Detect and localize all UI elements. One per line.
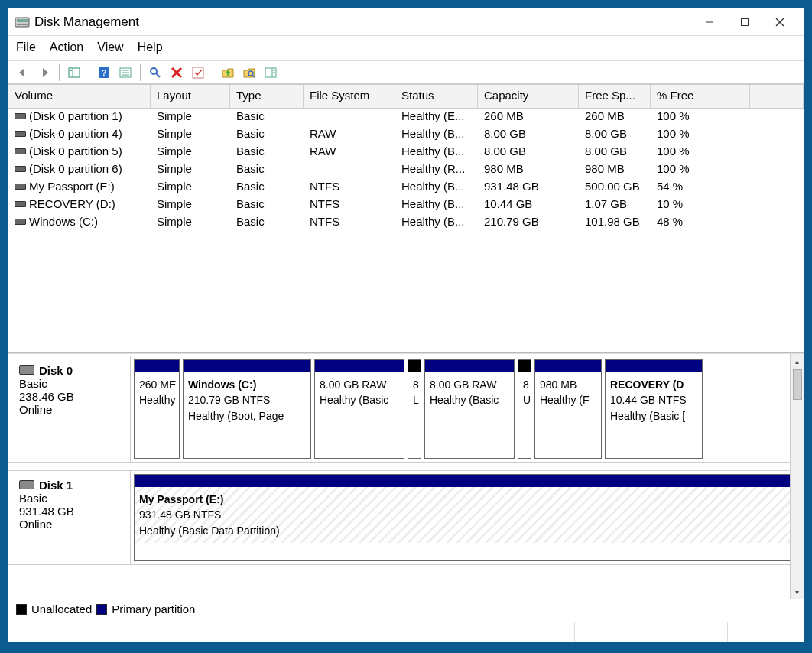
menu-action[interactable]: Action (50, 41, 83, 54)
partition-size: 8.00 GB RAW (320, 377, 399, 392)
folder-up-button[interactable] (218, 63, 238, 82)
menu-file[interactable]: File (16, 41, 36, 54)
partition-status: Healthy (Basic (430, 392, 509, 408)
partition-size: 980 MB (540, 377, 596, 392)
cell-capacity: 980 MB (478, 161, 579, 179)
partition-block[interactable]: RECOVERY (D10.44 GB NTFSHealthy (Basic [ (605, 359, 703, 459)
col-extra[interactable] (750, 85, 804, 108)
cell-capacity: 10.44 GB (478, 197, 579, 214)
partition-block[interactable]: 260 MEHealthy (134, 359, 180, 459)
partition-status: Healthy (Basic [ (610, 408, 697, 424)
cell-status: Healthy (B... (395, 197, 478, 214)
partition-size: 8.00 GB RAW (430, 377, 509, 392)
scroll-up-icon[interactable]: ▴ (791, 354, 804, 368)
disk0-size: 238.46 GB (19, 390, 122, 403)
cell-volume: (Disk 0 partition 5) (29, 145, 122, 158)
disk1-partitions: My Passport (E:) 931.48 GB NTFS Healthy … (131, 471, 804, 564)
table-row[interactable]: (Disk 0 partition 1)SimpleBasicHealthy (… (8, 109, 804, 126)
disk1-status: Online (19, 518, 122, 531)
cell-filesystem: NTFS (304, 197, 395, 214)
status-bar (8, 622, 804, 642)
cell-layout: Simple (151, 126, 230, 144)
close-button[interactable] (762, 11, 797, 34)
col-status[interactable]: Status (395, 85, 478, 108)
partition-status: U (523, 392, 526, 408)
cell-layout: Simple (151, 161, 230, 179)
col-free[interactable]: Free Sp... (579, 85, 651, 108)
table-row[interactable]: Windows (C:)SimpleBasicNTFSHealthy (B...… (8, 214, 804, 232)
menu-help[interactable]: Help (138, 41, 163, 54)
partition-block[interactable]: My Passport (E:) 931.48 GB NTFS Healthy … (134, 474, 801, 561)
partition-status: Healthy (Boot, Page (188, 408, 306, 424)
table-row[interactable]: RECOVERY (D:)SimpleBasicNTFSHealthy (B..… (8, 197, 804, 214)
volume-table-header: Volume Layout Type File System Status Ca… (8, 84, 804, 109)
svg-point-16 (151, 68, 157, 74)
vertical-scrollbar[interactable]: ▴ ▾ (790, 354, 804, 599)
svg-rect-4 (742, 18, 749, 25)
table-row[interactable]: (Disk 0 partition 4)SimpleBasicRAWHealth… (8, 126, 804, 144)
disk0-name: Disk 0 (39, 364, 73, 377)
table-row[interactable]: (Disk 0 partition 6)SimpleBasicHealthy (… (8, 161, 804, 179)
col-capacity[interactable]: Capacity (478, 85, 579, 108)
help-button[interactable]: ? (94, 63, 114, 82)
nav-back-button[interactable] (13, 63, 33, 82)
partition-block[interactable]: 980 MBHealthy (F (534, 359, 602, 459)
cell-pctfree: 100 % (651, 144, 750, 161)
cell-free: 1.07 GB (579, 197, 651, 214)
col-filesystem[interactable]: File System (304, 85, 395, 108)
delete-button[interactable] (167, 63, 187, 82)
cell-layout: Simple (151, 197, 230, 214)
menu-view[interactable]: View (97, 41, 123, 54)
partition-block[interactable]: 8.00 GB RAWHealthy (Basic (314, 359, 404, 459)
volume-icon (15, 148, 26, 154)
volume-icon (15, 219, 26, 225)
scroll-thumb[interactable] (793, 369, 802, 400)
svg-rect-2 (17, 24, 28, 25)
disk0-row[interactable]: Disk 0 Basic 238.46 GB Online 260 MEHeal… (8, 356, 804, 463)
scroll-down-icon[interactable]: ▾ (791, 585, 804, 599)
partition-size: 210.79 GB NTFS (188, 392, 306, 408)
disk1-row[interactable]: Disk 1 Basic 931.48 GB Online My Passpor… (8, 470, 804, 565)
partition-status: L (413, 392, 416, 408)
partition-block[interactable]: Windows (C:)210.79 GB NTFSHealthy (Boot,… (183, 359, 311, 459)
check-button[interactable] (188, 63, 208, 82)
col-type[interactable]: Type (230, 85, 304, 108)
partition-status: Healthy (139, 392, 174, 408)
disk1-type: Basic (19, 492, 122, 505)
cell-free: 500.00 GB (579, 179, 651, 197)
cell-pctfree: 48 % (651, 214, 750, 232)
partition-status: Healthy (Basic Data Partition) (139, 523, 795, 538)
properties-button[interactable] (145, 63, 165, 82)
legend-unallocated: Unallocated (31, 603, 92, 616)
partition-block[interactable]: 8L (408, 359, 421, 459)
partition-size: 260 ME (139, 377, 174, 392)
nav-forward-button[interactable] (34, 63, 54, 82)
volume-table-body[interactable]: (Disk 0 partition 1)SimpleBasicHealthy (… (8, 109, 804, 353)
cell-filesystem: NTFS (304, 214, 395, 232)
table-row[interactable]: My Passport (E:)SimpleBasicNTFSHealthy (… (8, 179, 804, 197)
minimize-button[interactable] (692, 11, 727, 34)
col-pctfree[interactable]: % Free (651, 85, 750, 108)
legend-primary: Primary partition (112, 603, 195, 616)
maximize-button[interactable] (727, 11, 762, 34)
partition-size: 8 (523, 377, 526, 392)
cell-status: Healthy (R... (395, 161, 478, 179)
show-hide-action-pane-button[interactable] (261, 63, 281, 82)
disk1-size: 931.48 GB (19, 505, 122, 518)
cell-free: 101.98 GB (579, 214, 651, 232)
cell-type: Basic (230, 126, 304, 144)
cell-pctfree: 54 % (651, 179, 750, 197)
svg-rect-1 (17, 19, 28, 22)
partition-block[interactable]: 8.00 GB RAWHealthy (Basic (424, 359, 515, 459)
volume-icon (15, 131, 26, 137)
table-row[interactable]: (Disk 0 partition 5)SimpleBasicRAWHealth… (8, 144, 804, 161)
action-list-button[interactable] (115, 63, 135, 82)
find-button[interactable] (239, 63, 259, 82)
cell-layout: Simple (151, 214, 230, 232)
cell-capacity: 8.00 GB (478, 144, 579, 161)
col-volume[interactable]: Volume (8, 85, 151, 108)
show-hide-console-tree-button[interactable] (64, 63, 84, 82)
col-layout[interactable]: Layout (151, 85, 230, 108)
disk-icon (19, 365, 34, 375)
partition-block[interactable]: 8U (518, 359, 531, 459)
